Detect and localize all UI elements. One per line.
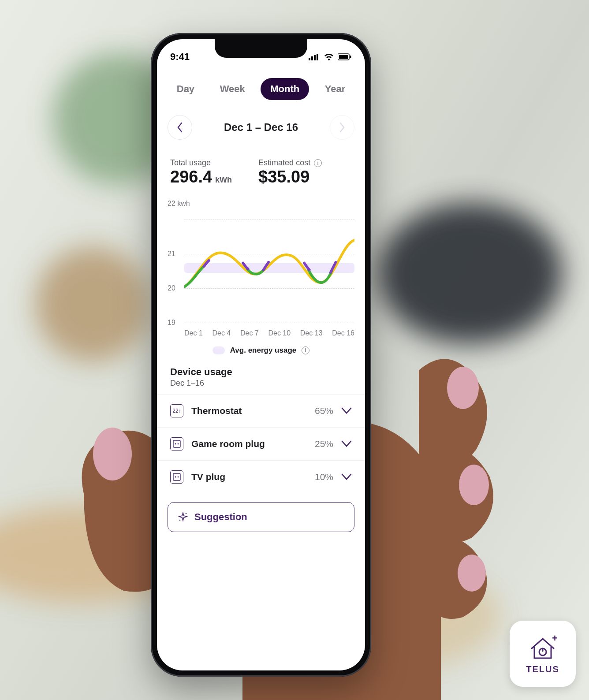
- chevron-down-icon: [341, 407, 352, 414]
- tab-day[interactable]: Day: [167, 78, 204, 100]
- date-range-label: Dec 1 – Dec 16: [224, 121, 298, 134]
- chevron-down-icon: [341, 440, 352, 447]
- device-name: Game room plug: [191, 439, 307, 449]
- brand-label: TELUS: [526, 664, 559, 674]
- svg-rect-7: [317, 54, 318, 60]
- svg-rect-6: [314, 55, 316, 60]
- svg-rect-14: [173, 473, 180, 480]
- legend-swatch: [212, 346, 225, 354]
- status-time: 9:41: [170, 51, 190, 63]
- tab-year[interactable]: Year: [315, 78, 355, 100]
- total-usage-unit: kWh: [215, 175, 232, 185]
- svg-point-12: [175, 443, 176, 445]
- info-icon[interactable]: i: [314, 159, 322, 167]
- legend-label: Avg. energy usage: [230, 346, 297, 355]
- device-row-thermostat[interactable]: 22↕ Thermostat 65%: [157, 394, 365, 427]
- ytick-19: 19: [168, 319, 175, 327]
- phone-screen: 9:41 Day Week Month Year Dec 1 – Dec 16: [157, 39, 365, 670]
- device-row-tv-plug[interactable]: TV plug 10%: [157, 460, 365, 493]
- chart-x-ticks: Dec 1 Dec 4 Dec 7 Dec 10 Dec 13 Dec 16: [168, 329, 354, 337]
- svg-rect-11: [173, 440, 180, 447]
- plug-icon: [170, 470, 183, 484]
- signal-icon: [309, 53, 320, 60]
- chart-y-axis-label: 22 kwh: [168, 200, 354, 208]
- usage-chart: 22 kwh 21 20 19: [157, 191, 365, 355]
- period-tabs: Day Week Month Year: [157, 66, 365, 104]
- device-usage-subtitle: Dec 1–16: [157, 378, 365, 394]
- ytick-21: 21: [168, 250, 175, 258]
- info-icon[interactable]: i: [302, 346, 309, 354]
- device-name: TV plug: [191, 472, 307, 482]
- estimated-cost-value: $35.09: [258, 168, 309, 186]
- tab-week[interactable]: Week: [210, 78, 255, 100]
- stat-total-usage: Total usage 296.4 kWh: [170, 158, 232, 186]
- ytick-20: 20: [168, 284, 175, 292]
- tab-month[interactable]: Month: [261, 78, 309, 100]
- device-percent: 65%: [315, 406, 333, 416]
- svg-point-13: [178, 443, 179, 445]
- svg-rect-4: [309, 58, 310, 60]
- telus-badge: + TELUS: [510, 621, 576, 687]
- svg-point-16: [178, 477, 179, 478]
- chevron-down-icon: [341, 473, 352, 480]
- svg-point-17: [186, 513, 187, 514]
- suggestion-card[interactable]: Suggestion: [168, 502, 354, 532]
- device-row-game-plug[interactable]: Game room plug 25%: [157, 427, 365, 460]
- device-percent: 10%: [315, 472, 333, 482]
- total-usage-value: 296.4: [170, 168, 212, 186]
- wifi-icon: [324, 53, 334, 61]
- svg-point-15: [175, 477, 176, 478]
- stat-estimated-cost: Estimated cost i $35.09: [258, 158, 322, 186]
- svg-point-18: [179, 520, 181, 521]
- chevron-right-icon: [339, 122, 346, 133]
- notch: [215, 39, 307, 58]
- chart-legend: Avg. energy usage i: [168, 346, 354, 355]
- estimated-cost-label: Estimated cost: [258, 158, 310, 168]
- device-name: Thermostat: [191, 406, 307, 416]
- summary-stats: Total usage 296.4 kWh Estimated cost i $…: [157, 150, 365, 191]
- prev-period-button[interactable]: [168, 115, 192, 140]
- thermostat-icon: 22↕: [170, 404, 183, 417]
- xtick: Dec 4: [212, 329, 231, 337]
- device-usage-title: Device usage: [157, 357, 365, 378]
- xtick: Dec 13: [300, 329, 323, 337]
- plug-icon: [170, 437, 183, 451]
- xtick: Dec 16: [332, 329, 354, 337]
- phone-frame: 9:41 Day Week Month Year Dec 1 – Dec 16: [151, 33, 371, 677]
- chevron-left-icon: [176, 122, 183, 133]
- svg-rect-10: [350, 56, 351, 58]
- xtick: Dec 7: [240, 329, 259, 337]
- date-navigator: Dec 1 – Dec 16: [157, 104, 365, 150]
- battery-icon: [338, 53, 352, 60]
- total-usage-label: Total usage: [170, 158, 232, 168]
- device-percent: 25%: [315, 439, 333, 449]
- next-period-button[interactable]: [330, 115, 354, 140]
- sparkle-icon: [178, 512, 188, 522]
- xtick: Dec 1: [184, 329, 203, 337]
- chart-line: [184, 210, 354, 321]
- xtick: Dec 10: [268, 329, 291, 337]
- telus-home-icon: +: [527, 633, 558, 662]
- suggestion-label: Suggestion: [194, 511, 247, 523]
- svg-rect-5: [311, 56, 313, 60]
- svg-text:+: +: [552, 633, 558, 644]
- svg-rect-9: [339, 55, 348, 59]
